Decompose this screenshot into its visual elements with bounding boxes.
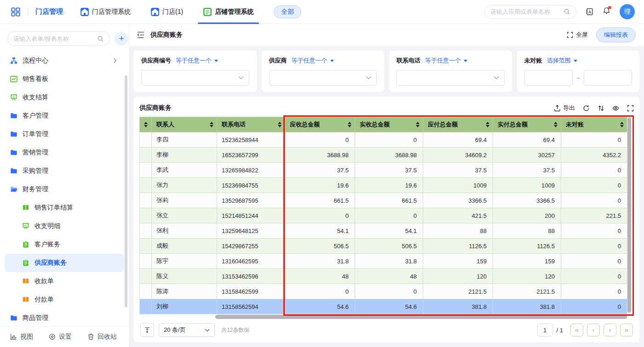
filter-select[interactable] [141, 70, 249, 85]
global-search-input[interactable] [490, 8, 561, 15]
column-header[interactable]: 应付总金额 [423, 117, 493, 132]
sort-icon[interactable] [144, 122, 148, 127]
sort-icon[interactable] [598, 105, 604, 112]
collapse-panel-icon[interactable] [137, 31, 145, 39]
search-icon[interactable] [564, 8, 570, 15]
sidebar-footer-bar-chart[interactable]: 视图 [10, 333, 33, 341]
sort-icon[interactable] [348, 122, 351, 127]
sort-icon[interactable] [486, 122, 489, 127]
sidebar-item[interactable]: 商品管理 [5, 309, 124, 327]
table-row[interactable]: 张莉13529687595661.5661.53366.53366.50 [140, 193, 627, 208]
export-button[interactable]: 导出 [554, 104, 575, 112]
sidebar-item[interactable]: 流程中心 [5, 51, 124, 70]
sidebar-footer-gear[interactable]: 设置 [49, 333, 72, 341]
workspace-name[interactable]: 门店管理 [35, 7, 63, 16]
table-cell: 0 [561, 178, 627, 193]
app-tab[interactable]: 店铺管理系统 [203, 0, 253, 24]
search-icon[interactable] [97, 35, 104, 42]
all-apps-pill[interactable]: 全部 [274, 6, 301, 18]
app-grid-icon[interactable] [11, 7, 20, 17]
filter-select[interactable] [397, 70, 505, 85]
sidebar-item-label: 收支结算 [23, 93, 48, 102]
table-cell: 221.5 [561, 208, 627, 223]
fit-rows-button[interactable] [140, 323, 154, 337]
sidebar-item[interactable]: 销售看板 [5, 70, 124, 88]
sidebar-search[interactable] [7, 31, 110, 46]
avatar[interactable]: 理 [620, 4, 635, 19]
sidebar-search-input[interactable] [13, 35, 94, 42]
app-tab[interactable]: 门店管理系统 [80, 0, 131, 24]
fullscreen-icon[interactable] [627, 105, 634, 112]
table-cell: 30257 [493, 148, 561, 163]
table-row[interactable]: 张立1521485124400421.5200221.5 [140, 208, 627, 223]
sidebar-item[interactable]: 收支明细 [5, 217, 124, 235]
column-header[interactable]: 实收总金额 [355, 117, 423, 132]
table-row[interactable]: 陈宇1316046259531.831.81591590 [140, 254, 627, 269]
table-row[interactable]: 李四152362589440069.469.40 [140, 132, 627, 148]
global-search[interactable] [484, 5, 576, 19]
sort-icon[interactable] [620, 122, 624, 127]
table-row[interactable]: 张力1523698475519.619.6100910090 [140, 178, 627, 193]
first-page-button[interactable]: « [570, 324, 583, 336]
sidebar-item[interactable]: 采购管理 [5, 162, 124, 180]
table-cell: 0 [561, 163, 627, 178]
filter-operator[interactable]: 选择范围 [547, 57, 577, 65]
sidebar-item[interactable]: 付款单 [5, 290, 124, 309]
edit-report-button[interactable]: 编辑报表 [596, 28, 636, 42]
sidebar-item[interactable]: 财务管理 [5, 180, 124, 199]
column-header[interactable]: 实付总金额 [493, 117, 561, 132]
filter-operator[interactable]: 等于任意一个 [292, 57, 334, 65]
add-button[interactable]: + [115, 32, 128, 46]
table-row[interactable]: 刘柳1315856259454.654.6381.8381.80 [140, 299, 627, 314]
table-row[interactable]: 陈涛13158462599002121.52121.50 [140, 284, 627, 299]
column-header[interactable]: 联系人 [152, 117, 217, 132]
sidebar-scrollbar[interactable] [125, 75, 127, 307]
page-number-input[interactable] [537, 324, 553, 336]
column-header[interactable]: 联系电话 [217, 117, 285, 132]
page-size-select[interactable]: 20 条/页 [159, 323, 215, 337]
notification-bell[interactable] [603, 7, 610, 17]
last-page-button[interactable]: » [620, 324, 633, 336]
eye-icon[interactable] [612, 105, 619, 112]
filter-select[interactable] [269, 70, 377, 85]
refresh-icon[interactable] [583, 105, 590, 112]
table-cell: 54.1 [355, 223, 423, 239]
sidebar-item[interactable]: 营销管理 [5, 143, 124, 162]
table-row[interactable]: 张利1325964812554.154.188880 [140, 223, 627, 239]
horizontal-scrollbar[interactable] [139, 315, 632, 319]
address-book-icon[interactable]: A [586, 8, 593, 16]
caret-down-icon [574, 60, 577, 64]
table-row[interactable]: 成毅15429867255506.5506.51126.51126.50 [140, 239, 627, 254]
fullscreen-button[interactable]: 全屏 [567, 31, 588, 39]
sidebar-item[interactable]: 收款单 [5, 272, 124, 290]
sort-icon[interactable] [210, 122, 213, 127]
footer-label: 设置 [59, 333, 72, 341]
sidebar-item[interactable]: 订单管理 [5, 125, 124, 143]
filter-operator[interactable]: 等于任意一个 [425, 57, 467, 65]
sidebar-item[interactable]: 收支结算 [5, 88, 124, 107]
column-header[interactable]: 应收总金额 [285, 117, 355, 132]
table-cell: 2121.5 [493, 284, 561, 299]
range-max-input[interactable] [584, 70, 632, 85]
filter-operator[interactable]: 等于任意一个 [176, 57, 218, 65]
sidebar-item[interactable]: 客户账务 [5, 235, 124, 254]
table-cell: 13158562594 [217, 299, 285, 314]
sidebar-item[interactable]: 销售订单结算 [5, 199, 124, 217]
column-header[interactable]: 未对账 [561, 117, 627, 132]
vertical-scrollbar[interactable] [627, 117, 632, 314]
column-header[interactable] [140, 117, 152, 132]
prev-page-button[interactable]: ‹ [587, 324, 600, 336]
table-row[interactable]: 陈义1315346259648481201200 [140, 269, 627, 284]
next-page-button[interactable]: › [604, 324, 616, 336]
sort-icon[interactable] [554, 122, 558, 127]
table-row[interactable]: 李武1326598482237.537.537.537.50 [140, 163, 627, 178]
app-tab[interactable]: 门店(1) [151, 0, 183, 24]
sort-icon[interactable] [278, 122, 282, 127]
chevron-down-icon [238, 76, 244, 80]
sidebar-item[interactable]: 客户管理 [5, 107, 124, 125]
sort-icon[interactable] [416, 122, 420, 127]
sidebar-item[interactable]: 供应商账务 [5, 254, 124, 272]
sidebar-footer-trash[interactable]: 回收站 [87, 333, 117, 341]
range-min-input[interactable] [524, 70, 573, 85]
table-row[interactable]: 李柳165236572993688.983688.9834609.2302574… [140, 148, 627, 163]
